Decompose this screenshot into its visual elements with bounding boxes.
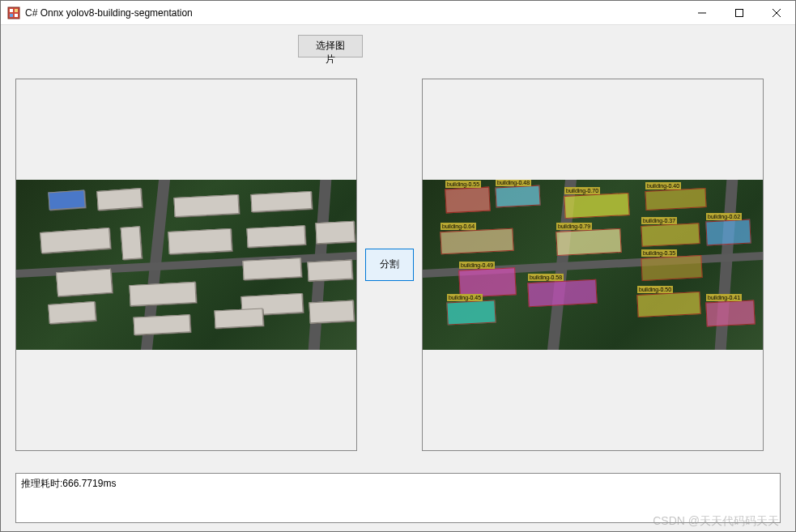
detection-box <box>446 300 496 325</box>
svg-rect-1 <box>10 9 13 12</box>
detection-box <box>641 255 702 281</box>
top-toolbar: 选择图片 <box>15 35 781 57</box>
app-window: C# Onnx yolov8-building-segmentation 选择图… <box>0 0 796 532</box>
client-area: 选择图片 <box>1 25 795 531</box>
detection-label: building-0.79 <box>556 223 592 230</box>
detection-label: building-0.48 <box>496 180 531 186</box>
detection-box <box>527 279 597 306</box>
source-image-panel <box>15 79 357 451</box>
titlebar: C# Onnx yolov8-building-segmentation <box>1 1 795 25</box>
detection-box <box>641 223 700 247</box>
detection-label: building-0.35 <box>641 249 677 257</box>
detection-box <box>705 300 755 326</box>
detection-label: building-0.40 <box>645 182 681 189</box>
detection-label: building-0.58 <box>528 274 564 281</box>
detection-label: building-0.55 <box>445 181 481 188</box>
detection-box <box>445 186 490 213</box>
detection-label: building-0.50 <box>637 286 673 293</box>
detection-label: building-0.62 <box>706 213 742 220</box>
app-icon <box>7 6 20 19</box>
detection-box <box>555 228 621 255</box>
detection-box <box>564 192 629 218</box>
svg-rect-2 <box>15 9 18 12</box>
maximize-button[interactable] <box>721 1 758 24</box>
detection-label: building-0.37 <box>641 217 677 224</box>
detection-label: building-0.45 <box>447 294 483 301</box>
minimize-button[interactable] <box>683 1 721 24</box>
svg-rect-4 <box>15 14 18 17</box>
detection-label: building-0.49 <box>459 262 495 269</box>
detection-label: building-0.64 <box>441 223 476 230</box>
detection-label: building-0.70 <box>564 187 600 194</box>
close-button[interactable] <box>758 1 795 24</box>
detection-box <box>495 185 540 207</box>
detection-box <box>440 228 513 254</box>
window-title: C# Onnx yolov8-building-segmentation <box>25 7 683 19</box>
inference-time-text: 推理耗时:666.7719ms <box>21 478 116 489</box>
detection-box <box>705 219 751 245</box>
image-row: 分割 building-0.70building-0.64building-0.… <box>15 66 781 463</box>
svg-rect-6 <box>736 9 743 16</box>
output-textbox[interactable]: 推理耗时:666.7719ms <box>15 473 781 523</box>
source-image <box>16 180 356 350</box>
result-image-panel: building-0.70building-0.64building-0.79b… <box>422 79 764 451</box>
detection-label: building-0.41 <box>706 294 742 301</box>
segment-button[interactable]: 分割 <box>365 249 414 281</box>
detection-box <box>645 188 706 211</box>
detection-box <box>636 291 700 317</box>
result-image: building-0.70building-0.64building-0.79b… <box>423 180 763 350</box>
svg-rect-3 <box>10 14 13 17</box>
window-controls <box>683 1 795 24</box>
select-image-button[interactable]: 选择图片 <box>298 35 363 57</box>
